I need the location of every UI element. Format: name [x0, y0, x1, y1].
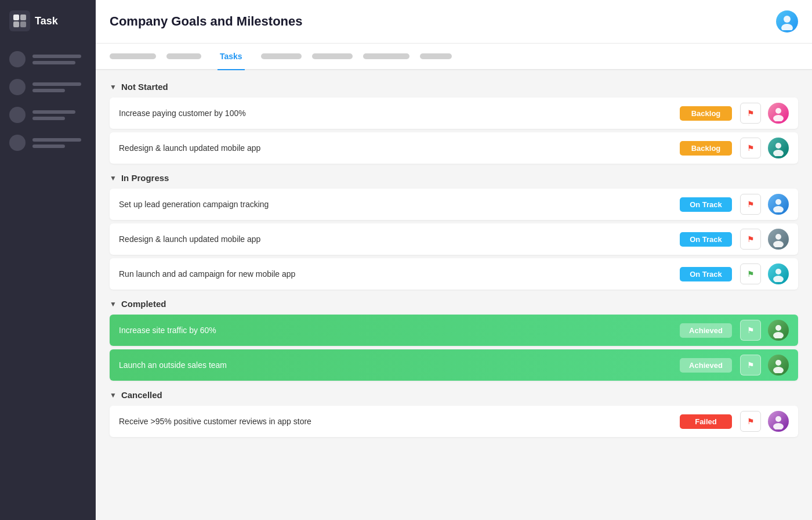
task-row: Redesign & launch updated mobile app On …	[110, 223, 798, 255]
flag-button[interactable]: ⚑	[740, 138, 761, 158]
section-header-completed: ▼ Completed	[110, 299, 798, 309]
sidebar-line	[32, 55, 81, 58]
task-name: Launch an outside sales team	[119, 360, 680, 370]
chevron-down-icon[interactable]: ▼	[110, 174, 117, 182]
tab-tasks[interactable]: Tasks	[217, 44, 245, 70]
sidebar-line	[32, 138, 81, 142]
status-badge: On Track	[680, 267, 732, 281]
sidebar-line	[32, 82, 81, 86]
section-title-not-started: Not Started	[121, 82, 168, 92]
sidebar-item-2[interactable]	[0, 73, 96, 101]
tab-placeholder	[166, 53, 201, 59]
sidebar-dot	[9, 135, 26, 151]
svg-point-14	[775, 269, 781, 275]
sidebar-lines	[32, 110, 86, 120]
flag-button[interactable]: ⚑	[740, 103, 761, 124]
task-name: Run launch and ad campaign for new mobil…	[119, 269, 680, 279]
task-row: Redesign & launch updated mobile app Bac…	[110, 132, 798, 164]
tab-placeholder	[110, 53, 156, 59]
logo-icon	[9, 10, 30, 31]
svg-rect-1	[20, 15, 26, 20]
app-name: Task	[35, 15, 58, 27]
task-row: Set up lead generation campaign tracking…	[110, 189, 798, 220]
tab-placeholder	[363, 53, 409, 59]
flag-button[interactable]: ⚑	[740, 263, 761, 284]
task-name: Redesign & launch updated mobile app	[119, 143, 680, 153]
chevron-down-icon[interactable]: ▼	[110, 83, 117, 91]
flag-icon: ⚑	[747, 200, 755, 209]
header: Company Goals and Milestones	[96, 0, 812, 44]
sidebar-line	[32, 89, 65, 92]
task-row-completed: Launch an outside sales team Achieved ⚑	[110, 349, 798, 381]
avatar	[768, 138, 789, 158]
user-avatar[interactable]	[776, 10, 798, 32]
sidebar-line	[32, 61, 75, 64]
avatar	[768, 320, 789, 341]
section-header-in-progress: ▼ In Progress	[110, 173, 798, 183]
svg-point-13	[773, 241, 784, 247]
flag-button[interactable]: ⚑	[740, 194, 761, 215]
task-name: Set up lead generation campaign tracking	[119, 200, 680, 209]
avatar	[768, 411, 789, 432]
section-header-not-started: ▼ Not Started	[110, 82, 798, 92]
status-badge: Achieved	[680, 323, 732, 338]
flag-button[interactable]: ⚑	[740, 355, 761, 375]
sidebar-item-4[interactable]	[0, 129, 96, 157]
tabs-bar: Tasks	[96, 44, 812, 70]
tab-placeholder	[420, 53, 452, 59]
task-row: Run launch and ad campaign for new mobil…	[110, 258, 798, 290]
status-badge: On Track	[680, 197, 732, 212]
sidebar-lines	[32, 82, 86, 92]
sidebar-dot	[9, 51, 26, 67]
status-badge: Backlog	[680, 106, 732, 121]
tab-placeholder	[261, 53, 302, 59]
avatar	[768, 103, 789, 124]
tab-placeholder-group	[261, 45, 452, 67]
status-badge: On Track	[680, 232, 732, 247]
flag-icon: ⚑	[747, 143, 755, 153]
svg-rect-2	[13, 21, 19, 27]
svg-point-15	[773, 276, 784, 282]
sidebar-dot	[9, 107, 26, 123]
section-title-in-progress: In Progress	[121, 173, 169, 183]
status-badge: Failed	[680, 414, 732, 429]
svg-point-16	[775, 325, 781, 331]
flag-icon: ⚑	[747, 326, 755, 335]
svg-point-20	[775, 416, 781, 422]
sidebar-line	[32, 117, 65, 120]
chevron-down-icon[interactable]: ▼	[110, 391, 117, 399]
task-name: Redesign & launch updated mobile app	[119, 234, 680, 244]
chevron-down-icon[interactable]: ▼	[110, 300, 117, 308]
section-completed: ▼ Completed Increase site traffic by 60%…	[110, 299, 798, 381]
flag-button[interactable]: ⚑	[740, 320, 761, 341]
task-row: Increase paying customer by 100% Backlog…	[110, 98, 798, 129]
section-cancelled: ▼ Cancelled Receive >95% positive custom…	[110, 390, 798, 437]
sidebar-lines	[32, 138, 86, 148]
svg-point-11	[773, 206, 784, 212]
flag-icon: ⚑	[747, 269, 755, 279]
task-name: Increase site traffic by 60%	[119, 326, 680, 335]
svg-point-6	[775, 108, 781, 114]
svg-point-19	[773, 367, 784, 373]
flag-icon: ⚑	[747, 417, 755, 426]
flag-button[interactable]: ⚑	[740, 411, 761, 432]
main-content: Company Goals and Milestones Tasks ▼ N	[96, 0, 812, 520]
avatar	[768, 194, 789, 215]
task-row-completed: Increase site traffic by 60% Achieved ⚑	[110, 315, 798, 346]
sidebar: Task	[0, 0, 96, 520]
flag-icon: ⚑	[747, 234, 755, 244]
section-not-started: ▼ Not Started Increase paying customer b…	[110, 82, 798, 164]
sidebar-lines	[32, 55, 86, 64]
flag-button[interactable]: ⚑	[740, 229, 761, 250]
svg-rect-3	[20, 21, 26, 27]
sidebar-item-3[interactable]	[0, 101, 96, 129]
content-area: ▼ Not Started Increase paying customer b…	[96, 70, 812, 458]
sidebar-item-1[interactable]	[0, 45, 96, 73]
section-title-completed: Completed	[121, 299, 166, 309]
task-name: Increase paying customer by 100%	[119, 109, 680, 118]
tab-placeholder-group	[110, 45, 201, 67]
status-badge: Backlog	[680, 141, 732, 156]
section-header-cancelled: ▼ Cancelled	[110, 390, 798, 400]
svg-point-18	[775, 360, 781, 366]
svg-point-17	[773, 332, 784, 338]
